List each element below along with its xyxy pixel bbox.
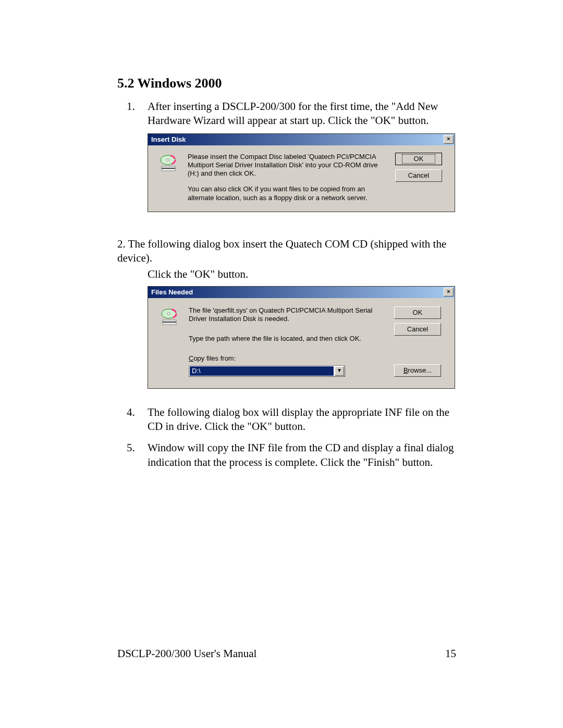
insert-disk-dialog: Insert Disk × Please insert the Compact …	[148, 133, 455, 212]
dialog-paragraph: The file 'qserfilt.sys' on Quatech PCI/P…	[189, 306, 387, 324]
ok-button[interactable]: OK	[395, 153, 442, 165]
copy-files-from-label: Copy files from:	[189, 354, 387, 363]
ok-button[interactable]: OK	[394, 306, 441, 319]
dialog-paragraph: Type the path where the file is located,…	[189, 335, 387, 343]
svg-point-7	[167, 313, 170, 315]
step-4: 4. The following dialog box will display…	[117, 405, 459, 434]
step-2: 2. The following dialog box insert the Q…	[117, 237, 459, 266]
titlebar: Insert Disk ×	[148, 134, 455, 145]
svg-point-2	[166, 159, 169, 161]
step-body: The following dialog box will display th…	[148, 405, 459, 434]
path-combobox[interactable]: D:\ ▼	[189, 365, 345, 377]
page-number: 15	[445, 647, 456, 660]
chevron-down-icon[interactable]: ▼	[335, 366, 344, 376]
cancel-button[interactable]: Cancel	[395, 169, 442, 182]
step-number: 4.	[117, 405, 148, 434]
page-footer: DSCLP-200/300 User's Manual 15	[117, 647, 456, 660]
footer-title: DSCLP-200/300 User's Manual	[117, 647, 256, 660]
files-needed-dialog: Files Needed × The file 'qserfilt.sys' o…	[148, 286, 455, 389]
step-number: 1.	[117, 100, 148, 128]
step-body: Window will copy the INF file from the C…	[148, 441, 459, 470]
figure-files-needed: Files Needed × The file 'qserfilt.sys' o…	[148, 286, 459, 389]
close-icon[interactable]: ×	[444, 288, 454, 297]
svg-rect-4	[162, 168, 175, 169]
cd-icon	[156, 306, 181, 377]
dialog-body: Please insert the Compact Disc labeled '…	[148, 145, 455, 212]
combobox-value: D:\	[190, 366, 334, 376]
dialog-body: The file 'qserfilt.sys' on Quatech PCI/P…	[148, 298, 455, 388]
cd-icon	[155, 153, 180, 202]
browse-button[interactable]: Browse...	[394, 364, 441, 377]
dialog-text: The file 'qserfilt.sys' on Quatech PCI/P…	[189, 306, 387, 377]
dialog-text: Please insert the Compact Disc labeled '…	[188, 153, 388, 202]
step-body: After inserting a DSCLP-200/300 for the …	[148, 100, 459, 128]
step-1: 1. After inserting a DSCLP-200/300 for t…	[117, 100, 459, 128]
dialog-title: Insert Disk	[151, 135, 444, 143]
titlebar: Files Needed ×	[148, 287, 455, 298]
close-icon[interactable]: ×	[444, 135, 454, 144]
dialog-buttons: OK Cancel Browse...	[394, 306, 446, 377]
step-5: 5. Window will copy the INF file from th…	[117, 441, 459, 470]
manual-page: 5.2 Windows 2000 1. After inserting a DS…	[0, 0, 563, 728]
dialog-paragraph: Please insert the Compact Disc labeled '…	[188, 153, 388, 178]
dialog-title: Files Needed	[151, 288, 444, 296]
dialog-buttons: OK Cancel	[395, 153, 447, 202]
section-heading: 5.2 Windows 2000	[117, 76, 459, 91]
figure-insert-disk: Insert Disk × Please insert the Compact …	[148, 133, 459, 212]
combo-row: D:\ ▼	[189, 365, 387, 377]
step-number: 5.	[117, 441, 148, 470]
dialog-paragraph: You can also click OK if you want files …	[188, 185, 388, 202]
svg-rect-9	[163, 322, 176, 323]
step-3: Click the "OK" button.	[148, 267, 459, 281]
cancel-button[interactable]: Cancel	[394, 323, 441, 336]
